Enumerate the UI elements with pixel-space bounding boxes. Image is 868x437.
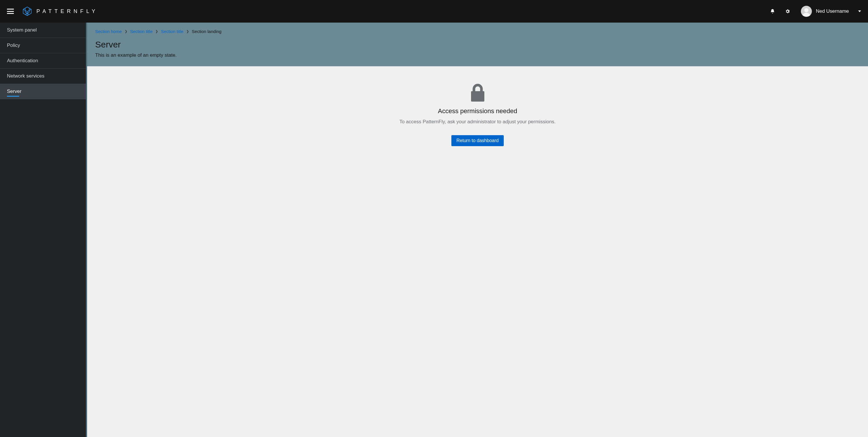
breadcrumb-link[interactable]: Section title [161,29,183,34]
empty-state: Access permissions needed To access Patt… [376,84,579,146]
user-menu[interactable]: Ned Username [801,6,861,17]
chevron-right-icon: ❯ [155,30,158,33]
breadcrumb: Section home ❯ Section title ❯ Section t… [95,29,860,34]
sidebar-item-label: Policy [7,42,20,48]
empty-state-body: To access PatternFly, ask your administr… [376,119,579,125]
bell-icon[interactable] [770,8,775,14]
sidebar-item-label: System panel [7,27,37,33]
masthead: PATTERNFLY Ned Username [0,0,868,23]
caret-down-icon [858,10,861,12]
sidebar-item-system-panel[interactable]: System panel [0,23,86,38]
breadcrumb-link[interactable]: Section title [130,29,153,34]
chevron-right-icon: ❯ [125,30,127,33]
brand-logo[interactable]: PATTERNFLY [22,6,98,17]
empty-state-title: Access permissions needed [376,107,579,115]
sidebar-nav: System panel Policy Authentication Netwo… [0,23,87,437]
sidebar-item-label: Network services [7,73,44,79]
header-toolbar [770,8,790,14]
sidebar-item-server[interactable]: Server [0,84,86,99]
sidebar-item-authentication[interactable]: Authentication [0,53,86,69]
patternfly-logo-icon [22,6,32,17]
page-title: Server [95,40,860,50]
sidebar-item-label: Authentication [7,58,38,63]
return-to-dashboard-button[interactable]: Return to dashboard [452,135,504,146]
gear-icon[interactable] [785,8,790,14]
sidebar-item-label: Server [7,89,22,94]
svg-rect-2 [471,91,484,101]
svg-point-1 [804,8,808,12]
sidebar-item-policy[interactable]: Policy [0,38,86,53]
page-description: This is an example of an empty state. [95,52,860,58]
main-content: Section home ❯ Section title ❯ Section t… [87,23,868,437]
username-label: Ned Username [816,8,849,14]
breadcrumb-link[interactable]: Section home [95,29,122,34]
breadcrumb-current: Section landing [192,29,222,34]
nav-toggle-button[interactable] [7,9,14,14]
chevron-right-icon: ❯ [186,30,189,33]
lock-icon [376,84,579,101]
page-header: Section home ❯ Section title ❯ Section t… [87,23,868,66]
brand-text: PATTERNFLY [36,8,98,14]
avatar [801,6,812,17]
content-area: Access permissions needed To access Patt… [87,66,868,163]
sidebar-item-network-services[interactable]: Network services [0,69,86,84]
